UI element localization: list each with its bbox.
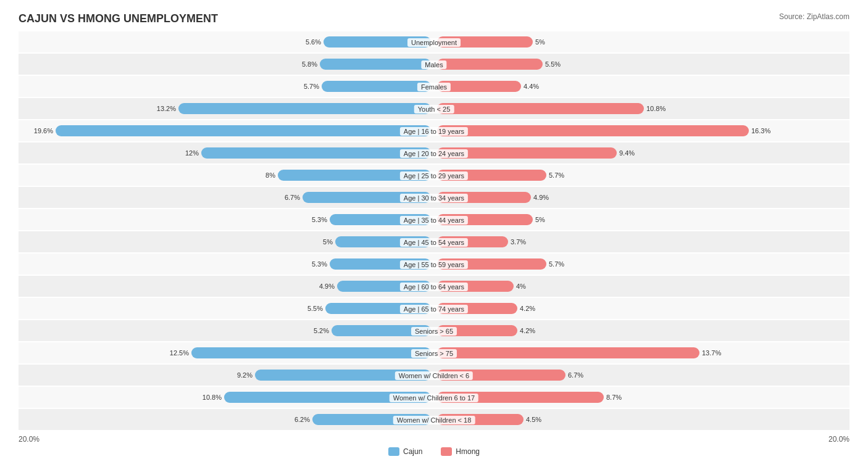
left-section: 6.7% bbox=[19, 187, 434, 208]
right-bar-wrap: 10.8% bbox=[437, 103, 849, 114]
cajun-bar bbox=[322, 81, 431, 92]
hmong-value-label: 4.5% bbox=[526, 416, 541, 423]
hmong-bar bbox=[437, 125, 749, 136]
right-bar-wrap: 5% bbox=[437, 214, 849, 225]
left-bar-wrap: 19.6% bbox=[19, 125, 431, 136]
cajun-bar bbox=[178, 103, 431, 114]
cajun-bar bbox=[337, 281, 431, 292]
left-bar-wrap: 5.3% bbox=[19, 214, 431, 225]
left-section: 9.2% bbox=[19, 365, 434, 386]
hmong-value-label: 9.4% bbox=[619, 149, 635, 157]
cajun-bar bbox=[278, 170, 431, 181]
right-section: 4.2% bbox=[434, 298, 849, 319]
right-bar-wrap: 4% bbox=[437, 281, 849, 292]
chart-row: 12%Age | 20 to 24 years9.4% bbox=[19, 143, 849, 163]
chart-row: 12.5%Seniors > 7513.7% bbox=[19, 342, 849, 363]
legend-cajun: Cajun bbox=[388, 447, 422, 456]
chart-row: 5.8%Males5.5% bbox=[19, 54, 849, 75]
chart-row: 5%Age | 45 to 54 years3.7% bbox=[19, 231, 849, 252]
left-bar-wrap: 5.5% bbox=[19, 303, 431, 314]
left-bar-wrap: 13.2% bbox=[19, 103, 431, 114]
axis-right: 20.0% bbox=[828, 435, 849, 444]
right-section: 5.5% bbox=[434, 54, 849, 75]
left-section: 5.2% bbox=[19, 320, 434, 341]
hmong-value-label: 4.2% bbox=[520, 305, 535, 312]
hmong-value-label: 4.2% bbox=[520, 327, 535, 334]
hmong-value-label: 5.7% bbox=[549, 260, 564, 268]
left-section: 5.6% bbox=[19, 31, 434, 52]
right-section: 9.4% bbox=[434, 143, 849, 163]
left-bar-wrap: 12.5% bbox=[19, 347, 431, 358]
right-section: 10.8% bbox=[434, 98, 849, 119]
right-section: 4% bbox=[434, 276, 849, 297]
left-section: 13.2% bbox=[19, 98, 434, 119]
hmong-bar bbox=[437, 36, 533, 48]
right-section: 4.9% bbox=[434, 187, 849, 208]
hmong-value-label: 16.3% bbox=[751, 127, 770, 134]
hmong-bar bbox=[437, 325, 517, 336]
axis-left: 20.0% bbox=[19, 435, 40, 444]
hmong-bar bbox=[437, 192, 531, 203]
chart-source: Source: ZipAtlas.com bbox=[779, 12, 849, 21]
left-bar-wrap: 6.2% bbox=[19, 414, 431, 425]
right-bar-wrap: 6.7% bbox=[437, 370, 849, 381]
cajun-value-label: 5.6% bbox=[306, 38, 321, 46]
chart-row: 9.2%Women w/ Children < 66.7% bbox=[19, 365, 849, 386]
chart-row: 5.3%Age | 35 to 44 years5% bbox=[19, 209, 849, 230]
left-section: 5.3% bbox=[19, 209, 434, 230]
left-bar-wrap: 5.2% bbox=[19, 325, 431, 336]
right-bar-wrap: 13.7% bbox=[437, 347, 849, 358]
left-bar-wrap: 5.7% bbox=[19, 81, 431, 92]
hmong-bar bbox=[437, 147, 617, 159]
chart-row: 5.2%Seniors > 654.2% bbox=[19, 320, 849, 341]
left-section: 6.2% bbox=[19, 409, 434, 430]
legend-row: Cajun Hmong bbox=[19, 447, 849, 456]
cajun-value-label: 5.7% bbox=[304, 83, 319, 90]
chart-row: 13.2%Youth < 2510.8% bbox=[19, 98, 849, 119]
chart-row: 5.6%Unemployment5% bbox=[19, 31, 849, 52]
right-bar-wrap: 5.7% bbox=[437, 258, 849, 270]
hmong-value-label: 4.4% bbox=[524, 83, 539, 90]
left-bar-wrap: 5.3% bbox=[19, 258, 431, 270]
left-bar-wrap: 9.2% bbox=[19, 370, 431, 381]
cajun-value-label: 13.2% bbox=[157, 105, 176, 112]
left-bar-wrap: 4.9% bbox=[19, 281, 431, 292]
right-section: 5.7% bbox=[434, 165, 849, 186]
cajun-value-label: 5.3% bbox=[312, 260, 327, 268]
cajun-value-label: 5.5% bbox=[307, 305, 323, 312]
cajun-bar bbox=[201, 147, 431, 159]
cajun-bar bbox=[224, 392, 431, 403]
hmong-value-label: 5.5% bbox=[545, 60, 561, 68]
cajun-legend-label: Cajun bbox=[403, 447, 422, 456]
right-bar-wrap: 4.9% bbox=[437, 192, 849, 203]
hmong-bar bbox=[437, 236, 508, 247]
hmong-value-label: 4.9% bbox=[533, 194, 549, 201]
right-bar-wrap: 3.7% bbox=[437, 236, 849, 247]
right-bar-wrap: 4.5% bbox=[437, 414, 849, 425]
chart-row: 4.9%Age | 60 to 64 years4% bbox=[19, 276, 849, 297]
hmong-bar bbox=[437, 59, 543, 70]
hmong-bar bbox=[437, 392, 604, 403]
right-section: 5% bbox=[434, 31, 849, 52]
cajun-value-label: 5.3% bbox=[312, 216, 327, 223]
chart-row: 5.5%Age | 65 to 74 years4.2% bbox=[19, 298, 849, 319]
hmong-bar bbox=[437, 414, 524, 425]
cajun-bar bbox=[335, 236, 431, 247]
cajun-value-label: 12.5% bbox=[170, 349, 189, 357]
left-bar-wrap: 12% bbox=[19, 147, 431, 159]
left-section: 12% bbox=[19, 143, 434, 163]
chart-row: 10.8%Women w/ Children 6 to 178.7% bbox=[19, 387, 849, 408]
left-section: 5.3% bbox=[19, 254, 434, 275]
chart-container: CAJUN VS HMONG UNEMPLOYMENT Source: ZipA… bbox=[6, 6, 862, 467]
cajun-bar bbox=[323, 36, 431, 48]
right-bar-wrap: 4.2% bbox=[437, 303, 849, 314]
hmong-value-label: 5.7% bbox=[549, 172, 564, 179]
left-section: 10.8% bbox=[19, 387, 434, 408]
right-section: 4.4% bbox=[434, 76, 849, 97]
cajun-value-label: 5% bbox=[323, 238, 333, 246]
hmong-value-label: 6.7% bbox=[568, 371, 583, 379]
hmong-bar bbox=[437, 103, 644, 114]
cajun-value-label: 6.7% bbox=[285, 194, 300, 201]
right-section: 4.2% bbox=[434, 320, 849, 341]
left-section: 5.5% bbox=[19, 298, 434, 319]
